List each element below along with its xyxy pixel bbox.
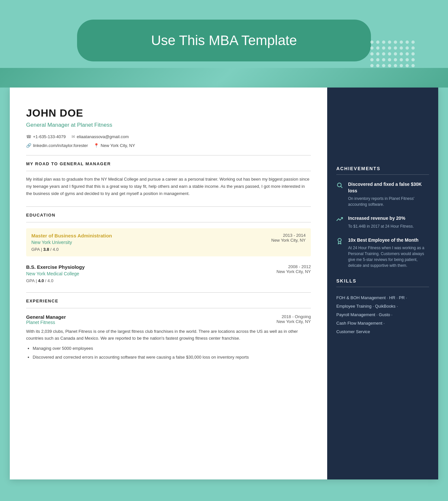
cta-button[interactable]: Use This MBA Template (77, 20, 371, 61)
summary-text: My initial plan was to graduate from the… (26, 176, 311, 197)
sidebar-spacer (336, 101, 429, 166)
email-icon: ✉ (72, 134, 75, 139)
phone-icon: ☎ (26, 134, 31, 139)
exp-description-1: With its 2,039 clubs, Planet Fitness is … (26, 328, 311, 342)
email-contact: ✉ eliaatanassova@gmail.com (72, 134, 129, 139)
trending-up-icon (336, 215, 344, 229)
skills-section-title: SKILLS (336, 278, 429, 283)
svg-point-2 (338, 238, 341, 241)
education-item-2: B.S. Exercise Physiology New York Medica… (26, 264, 311, 283)
award-icon (336, 237, 344, 269)
achievement-title-3: 10x Best Employee of the Month (348, 237, 429, 244)
education-divider2 (26, 222, 311, 222)
experience-item-1: General Manager Planet Fitness 2018 - On… (26, 314, 311, 361)
achievement-title-2: Increased revenue by 20% (348, 215, 414, 222)
resume-left-column: JOHN DOE General Manager at Planet Fitne… (10, 88, 327, 479)
achievements-section-title: ACHIEVEMENTS (336, 166, 429, 171)
exp-bullet-1: Managing over 5000 employees (33, 345, 311, 352)
experience-divider2 (26, 308, 311, 308)
achievement-desc-2: To $1.44B in 2017 at 24 Hour Fitness. (348, 223, 414, 229)
achievement-item-3: 10x Best Employee of the Month At 24 Hou… (336, 237, 429, 269)
edu-school-2: New York Medical College (26, 271, 265, 276)
achievement-desc-3: At 24 Hour Fitness when I was working as… (348, 245, 429, 268)
edu-location-2: New York City, NY (265, 269, 311, 274)
edu-school-1: New York University (31, 240, 260, 245)
candidate-title: General Manager at Planet Fitness (26, 122, 311, 128)
education-item-highlighted: Master of Business Administration New Yo… (26, 228, 311, 256)
edu-years-1: 2013 - 2014 (260, 233, 306, 238)
skills-text: FOH & BOH Management · HR · PR · Employe… (336, 294, 429, 336)
contact-info: ☎ +1-635-133-4079 ✉ eliaatanassova@gmail… (26, 134, 311, 148)
link-icon: 🔗 (26, 143, 31, 148)
achievement-item-2: Increased revenue by 20% To $1.44B in 20… (336, 215, 429, 229)
exp-dates-1: 2018 - Ongoing (277, 314, 311, 319)
svg-point-0 (337, 183, 341, 187)
linkedin-contact[interactable]: 🔗 linkedin.com/in/taylor.forester (26, 143, 88, 148)
search-icon (336, 181, 344, 207)
edu-degree-2: B.S. Exercise Physiology (26, 264, 265, 270)
summary-divider (26, 155, 311, 155)
exp-location-1: New York City, NY (277, 319, 311, 324)
svg-line-1 (341, 186, 343, 188)
decorative-dots (370, 40, 415, 68)
candidate-name: JOHN DOE (26, 107, 311, 119)
achievement-item-1: Discovered and fixed a false $30K loss O… (336, 181, 429, 207)
edu-degree-1: Master of Business Administration (31, 233, 260, 238)
exp-bullets-1: Managing over 5000 employees Discovered … (33, 345, 311, 361)
exp-company-1: Planet Fitness (26, 320, 66, 325)
location-contact: 📍 New York City, NY (94, 143, 135, 148)
location-icon: 📍 (94, 143, 99, 148)
exp-title-1: General Manager (26, 314, 66, 320)
resume-container: JOHN DOE General Manager at Planet Fitne… (10, 88, 438, 479)
education-section-title: EDUCATION (26, 213, 311, 218)
skills-divider (336, 287, 429, 287)
summary-divider2 (26, 171, 311, 171)
edu-years-2: 2008 - 2012 (265, 264, 311, 269)
experience-divider (26, 292, 311, 293)
skills-section: SKILLS FOH & BOH Management · HR · PR · … (336, 278, 429, 336)
phone-contact: ☎ +1-635-133-4079 (26, 134, 66, 139)
exp-bullet-2: Discovered and corrected errors in accou… (33, 353, 311, 361)
achievement-desc-1: On inventory reports in Planet Fitness' … (348, 196, 429, 207)
edu-gpa-2: GPA | 4.0 / 4.0 (26, 278, 265, 283)
experience-section-title: EXPERIENCE (26, 299, 311, 303)
header-area: Use This MBA Template (0, 0, 448, 61)
edu-location-1: New York City, NY (260, 238, 306, 243)
achievement-title-1: Discovered and fixed a false $30K loss (348, 181, 429, 194)
education-divider (26, 206, 311, 207)
achievements-divider (336, 174, 429, 175)
stripe-decoration (0, 68, 448, 88)
resume-sidebar: ACHIEVEMENTS Discovered and fixed a fals… (327, 88, 438, 479)
summary-section-title: MY ROAD TO GENERAL MANAGER (26, 161, 311, 166)
edu-gpa-1: GPA | 3.8 / 4.0 (31, 247, 260, 252)
